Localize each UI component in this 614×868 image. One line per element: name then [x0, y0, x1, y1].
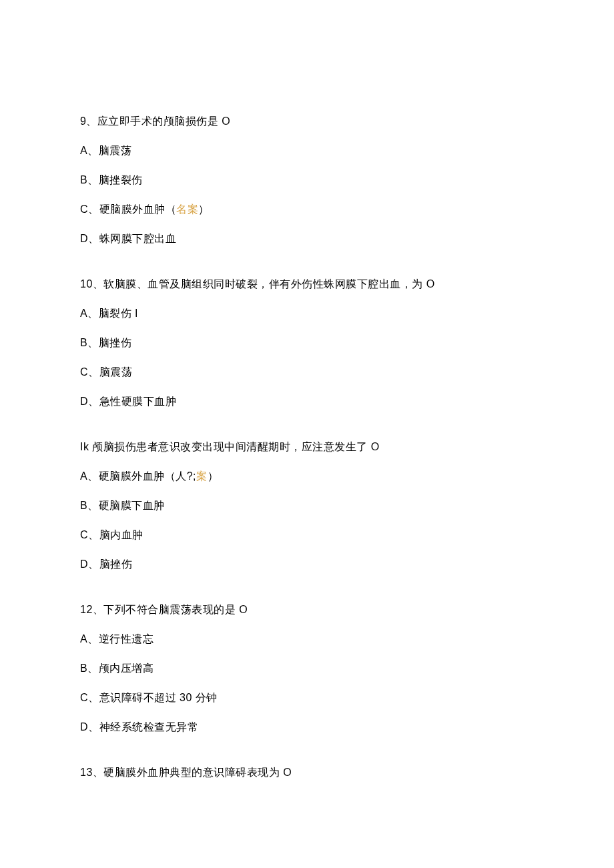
option-b: B、脑挫伤 [80, 335, 534, 351]
answer-tag: 名案 [176, 203, 198, 215]
option-b: B、脑挫裂伤 [80, 172, 534, 188]
option-c: C、脑内血肿 [80, 527, 534, 543]
spacer [80, 260, 534, 276]
option-a-suffix: ） [208, 470, 219, 482]
spacer [80, 749, 534, 765]
option-c: C、意识障碍不超过 30 分钟 [80, 690, 534, 706]
option-a: A、逆行性遗忘 [80, 631, 534, 647]
spacer [80, 586, 534, 602]
answer-tag: 案 [196, 470, 208, 482]
option-d: D、急性硬膜下血肿 [80, 394, 534, 410]
option-b: B、硬脑膜下血肿 [80, 498, 534, 514]
option-a: A、脑震荡 [80, 143, 534, 159]
option-c: C、硬脑膜外血肿（名案） [80, 201, 534, 218]
option-d: D、蛛网膜下腔出血 [80, 231, 534, 247]
option-d: D、脑挫伤 [80, 556, 534, 572]
option-d: D、神经系统检查无异常 [80, 719, 534, 735]
question-stem: Ik 颅脑损伤患者意识改变出现中间清醒期时，应注意发生了 O [80, 439, 534, 455]
question-stem: 10、软脑膜、血管及脑组织同时破裂，伴有外伤性蛛网膜下腔出血，为 O [80, 276, 534, 292]
question-stem: 13、硬脑膜外血肿典型的意识障碍表现为 O [80, 765, 534, 781]
option-a: A、脑裂伤 I [80, 306, 534, 322]
document-page: 9、应立即手术的颅脑损伤是 O A、脑震荡 B、脑挫裂伤 C、硬脑膜外血肿（名案… [0, 0, 614, 861]
option-c: C、脑震荡 [80, 364, 534, 380]
option-a: A、硬脑膜外血肿（人?;案） [80, 468, 534, 484]
option-c-suffix: ） [198, 203, 210, 215]
spacer [80, 423, 534, 439]
option-a-text: A、硬脑膜外血肿（人?; [80, 470, 196, 482]
option-c-text: C、硬脑膜外血肿（ [80, 203, 176, 215]
question-stem: 12、下列不符合脑震荡表现的是 O [80, 602, 534, 618]
question-stem: 9、应立即手术的颅脑损伤是 O [80, 113, 534, 129]
option-b: B、颅内压增高 [80, 661, 534, 677]
